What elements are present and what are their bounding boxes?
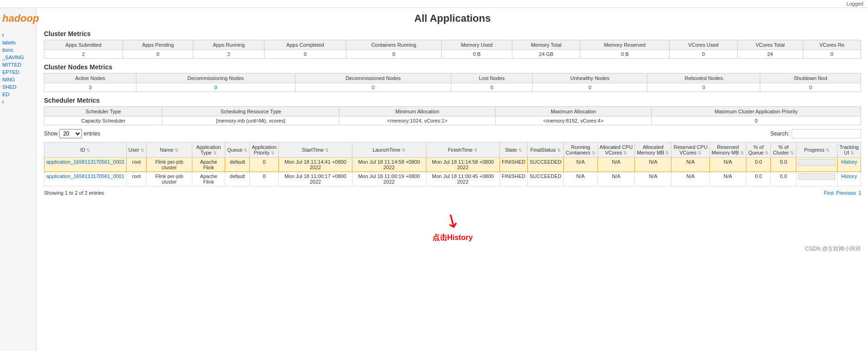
cell-final-status: SUCCEEDED bbox=[528, 158, 564, 172]
val-containers-running: 0 bbox=[346, 50, 441, 59]
th-alloc-memory[interactable]: AllocatedMemory MB ⇅ bbox=[635, 142, 671, 158]
sort-starttime-icon: ⇅ bbox=[325, 148, 329, 153]
cell-id: application_1658113170561_0002 bbox=[44, 158, 127, 172]
sidebar-item-ning[interactable]: NING bbox=[2, 76, 34, 83]
th-user[interactable]: User ⇅ bbox=[126, 142, 146, 158]
page-1-btn[interactable]: 1 bbox=[858, 190, 861, 196]
col-vcores-total: VCores Total bbox=[737, 40, 803, 50]
sidebar-item-saving[interactable]: _SAVING bbox=[2, 54, 34, 61]
cell-running-containers: N/A bbox=[564, 158, 597, 172]
sidebar-item-ed[interactable]: ED bbox=[2, 91, 34, 98]
val-scheduler-type: Capacity Scheduler bbox=[44, 117, 162, 125]
col-apps-completed: Apps Completed bbox=[265, 40, 346, 50]
th-reserved-memory[interactable]: ReservedMemory MB ⇅ bbox=[709, 142, 746, 158]
cell-name: Flink per-job cluster bbox=[147, 158, 192, 172]
cell-launch-time: Mon Jul 18 11:00:19 +0800 2022 bbox=[352, 172, 426, 186]
val-apps-completed: 0 bbox=[265, 50, 346, 59]
col-apps-submitted: Apps Submitted bbox=[44, 40, 123, 50]
app-id-link[interactable]: application_1658113170561_0002 bbox=[46, 159, 124, 165]
cell-name: Flink per-job cluster bbox=[147, 172, 192, 186]
th-running-containers[interactable]: RunningContainers ⇅ bbox=[564, 142, 597, 158]
sidebar-item-r2[interactable]: r bbox=[2, 98, 34, 105]
cluster-nodes-section: Cluster Nodes Metrics Active Nodes Decom… bbox=[44, 63, 861, 92]
search-box: Search: bbox=[770, 129, 861, 138]
th-start-time[interactable]: StartTime ⇅ bbox=[279, 142, 352, 158]
col-active-nodes: Active Nodes bbox=[44, 74, 136, 83]
cell-alloc-memory: N/A bbox=[635, 158, 671, 172]
th-finish-time[interactable]: FinishTime ⇅ bbox=[426, 142, 499, 158]
sidebar-item-r[interactable]: r bbox=[2, 31, 34, 39]
th-state[interactable]: State ⇅ bbox=[499, 142, 527, 158]
click-history-text: 点击History bbox=[432, 233, 473, 243]
entries-select[interactable]: 10 20 50 100 bbox=[59, 129, 82, 138]
footer-info: Showing 1 to 2 of 2 entries First Previo… bbox=[44, 190, 861, 196]
table-controls: Show 10 20 50 100 entries Search: bbox=[44, 129, 861, 138]
th-reserved-cpu[interactable]: Reserved CPUVCores ⇅ bbox=[671, 142, 709, 158]
table-row: application_1658113170561_0002 root Flin… bbox=[44, 158, 861, 172]
cell-app-type: Apache Flink bbox=[192, 172, 225, 186]
th-launch-time[interactable]: LaunchTime ⇅ bbox=[352, 142, 426, 158]
scheduler-metrics-title: Scheduler Metrics bbox=[44, 97, 861, 104]
cell-pct-queue: 0.0 bbox=[746, 158, 771, 172]
th-pct-cluster[interactable]: % ofCluster ⇅ bbox=[771, 142, 796, 158]
sort-user-icon: ⇅ bbox=[141, 148, 144, 153]
first-btn[interactable]: First bbox=[824, 190, 834, 196]
scheduler-metrics-section: Scheduler Metrics Scheduler Type Schedul… bbox=[44, 97, 861, 125]
val-vcores-re: 0 bbox=[803, 50, 861, 59]
sidebar-item-tions[interactable]: tions bbox=[2, 46, 34, 54]
bottom-annotation: ↘ 点击History CSDN @互联网小阿祥 bbox=[44, 209, 861, 253]
previous-btn[interactable]: Previous bbox=[836, 190, 856, 196]
progress-bar-container bbox=[798, 173, 835, 180]
cell-reserved-cpu: N/A bbox=[671, 172, 709, 186]
col-memory-total: Memory Total bbox=[512, 40, 580, 50]
th-id[interactable]: ID ⇅ bbox=[44, 142, 127, 158]
val-vcores-total: 24 bbox=[737, 50, 803, 59]
cell-finish-time: Mon Jul 18 11:00:45 +0800 2022 bbox=[426, 172, 499, 186]
th-tracking[interactable]: TrackingUI ⇅ bbox=[837, 142, 861, 158]
sidebar-item-mitted[interactable]: MITTED bbox=[2, 61, 34, 68]
sort-apptype-icon: ⇅ bbox=[213, 151, 217, 155]
col-vcores-re: VCores Re bbox=[803, 40, 861, 50]
th-app-type[interactable]: ApplicationType ⇅ bbox=[192, 142, 225, 158]
cluster-metrics-section: Cluster Metrics Apps Submitted Apps Pend… bbox=[44, 30, 861, 59]
cell-pct-queue: 0.0 bbox=[746, 172, 771, 186]
col-containers-running: Containers Running bbox=[346, 40, 441, 50]
val-scheduling-resource-type: [memory-mb (unit=Mi), vcores] bbox=[162, 117, 339, 125]
tracking-link[interactable]: History bbox=[841, 173, 857, 179]
sidebar-item-labels[interactable]: labels bbox=[2, 39, 34, 46]
val-lost-nodes: 0 bbox=[451, 83, 532, 92]
table-row: application_1658113170561_0001 root Flin… bbox=[44, 172, 861, 186]
th-final-status[interactable]: FinalStatus ⇅ bbox=[528, 142, 564, 158]
logo: hadoop bbox=[2, 12, 34, 25]
tracking-link[interactable]: History bbox=[841, 159, 857, 165]
col-decommissioned-nodes: Decommissioned Nodes bbox=[295, 74, 451, 83]
th-queue[interactable]: Queue ⇅ bbox=[225, 142, 250, 158]
cluster-metrics-table: Apps Submitted Apps Pending Apps Running… bbox=[44, 40, 861, 59]
val-rebooted-nodes: 0 bbox=[647, 83, 760, 92]
col-apps-pending: Apps Pending bbox=[123, 40, 193, 50]
val-memory-total: 24 GB bbox=[512, 50, 580, 59]
cell-tracking: History bbox=[837, 158, 861, 172]
main-content: All Applications Cluster Metrics Apps Su… bbox=[37, 8, 868, 351]
scheduler-metrics-table: Scheduler Type Scheduling Resource Type … bbox=[44, 106, 861, 125]
th-priority[interactable]: ApplicationPriority ⇅ bbox=[250, 142, 279, 158]
th-progress[interactable]: Progress ⇅ bbox=[796, 142, 837, 158]
cell-progress bbox=[796, 172, 837, 186]
search-input[interactable] bbox=[792, 129, 861, 138]
th-alloc-cpu[interactable]: Allocated CPUVCores ⇅ bbox=[597, 142, 635, 158]
progress-bar-container bbox=[798, 159, 835, 166]
col-memory-reserved: Memory Reserved bbox=[580, 40, 670, 50]
val-apps-running: 2 bbox=[193, 50, 265, 59]
logged-status: Logged bbox=[846, 1, 863, 6]
top-bar: Logged bbox=[0, 0, 868, 8]
applications-table: ID ⇅ User ⇅ Name ⇅ ApplicationType ⇅ Que… bbox=[44, 142, 861, 186]
arrow-icon: ↘ bbox=[440, 207, 464, 234]
app-id-link[interactable]: application_1658113170561_0001 bbox=[46, 173, 124, 179]
sidebar-item-epted[interactable]: EPTED bbox=[2, 68, 34, 76]
th-pct-queue[interactable]: % ofQueue ⇅ bbox=[746, 142, 771, 158]
th-name[interactable]: Name ⇅ bbox=[147, 142, 192, 158]
val-max-allocation: <memory:8192, vCores:4> bbox=[495, 117, 652, 125]
val-apps-pending: 0 bbox=[123, 50, 193, 59]
pagination: First Previous 1 bbox=[824, 190, 861, 196]
sidebar-item-shed[interactable]: SHED bbox=[2, 83, 34, 91]
